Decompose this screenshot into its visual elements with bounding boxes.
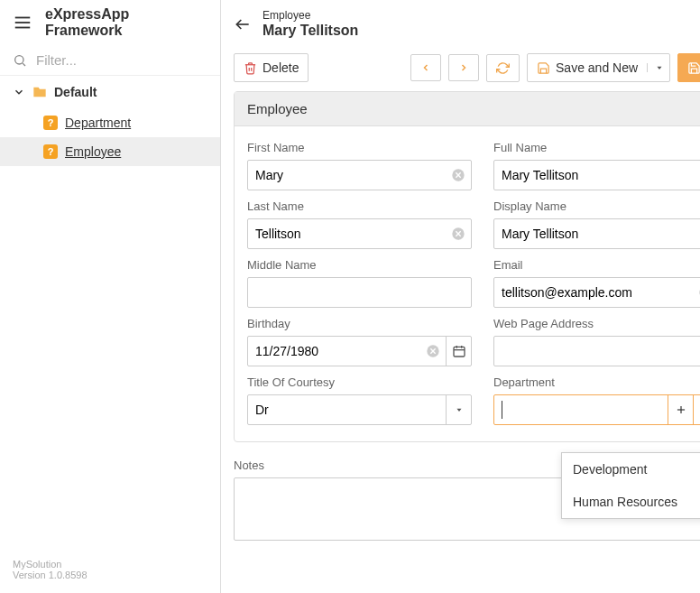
- chevron-left-icon: [420, 61, 431, 74]
- dropdown-item[interactable]: Development: [562, 453, 700, 486]
- refresh-icon: [496, 61, 510, 75]
- delete-button[interactable]: Delete: [234, 53, 309, 82]
- display-name-input[interactable]: [494, 219, 700, 248]
- full-name-label: Full Name: [493, 141, 700, 154]
- delete-label: Delete: [262, 60, 299, 75]
- breadcrumb-entity: Employee: [262, 9, 700, 22]
- department-input[interactable]: [502, 401, 668, 419]
- refresh-button[interactable]: [486, 54, 520, 82]
- middle-name-input[interactable]: [248, 278, 471, 307]
- dropdown-icon[interactable]: [693, 395, 700, 424]
- save-new-label: Save and New: [556, 60, 638, 75]
- breadcrumb: Employee Mary Tellitson: [262, 9, 700, 39]
- form-scroll: Employee First Name Full Na: [221, 91, 700, 593]
- toolbar: Delete Save and New: [221, 48, 700, 91]
- full-name-field: Full Name: [493, 141, 700, 190]
- last-name-field: Last Name: [247, 199, 472, 249]
- svg-rect-20: [454, 347, 465, 357]
- webpage-label: Web Page Address: [493, 317, 700, 330]
- middle-name-field: Middle Name: [247, 258, 472, 308]
- back-button[interactable]: [234, 15, 252, 33]
- filter-row: [0, 45, 220, 76]
- calendar-icon[interactable]: [446, 337, 471, 366]
- chevron-down-icon: [13, 86, 25, 98]
- menu-icon[interactable]: [13, 13, 32, 32]
- title-of-courtesy-label: Title Of Courtesy: [247, 375, 472, 389]
- page-title: Mary Tellitson: [262, 23, 700, 39]
- middle-name-label: Middle Name: [247, 258, 472, 272]
- clear-icon[interactable]: [693, 278, 700, 307]
- save-new-icon: [537, 61, 550, 75]
- caret-down-icon: [647, 63, 664, 72]
- svg-point-3: [15, 55, 23, 63]
- app-title: eXpressApp Framework: [45, 6, 207, 39]
- sidebar-item-label: Employee: [65, 144, 121, 159]
- title-of-courtesy-field: Title Of Courtesy: [247, 375, 472, 425]
- question-icon: ?: [43, 144, 58, 159]
- plus-icon[interactable]: [668, 395, 693, 424]
- clear-icon[interactable]: [420, 337, 446, 366]
- prev-button[interactable]: [410, 54, 441, 81]
- email-input[interactable]: [494, 278, 693, 307]
- first-name-label: First Name: [247, 141, 472, 154]
- first-name-field: First Name: [247, 141, 472, 190]
- dropdown-icon[interactable]: [446, 395, 471, 424]
- svg-marker-24: [456, 409, 461, 412]
- save-icon: [687, 61, 700, 75]
- save-button[interactable]: Save: [677, 53, 700, 82]
- display-name-field: Display Name: [493, 199, 700, 249]
- clear-icon[interactable]: [446, 219, 471, 248]
- detail-header: Employee Mary Tellitson: [221, 0, 700, 48]
- last-name-label: Last Name: [247, 199, 472, 213]
- display-name-label: Display Name: [493, 199, 700, 213]
- detail-pane: Employee Mary Tellitson Delete: [221, 0, 700, 593]
- birthday-label: Birthday: [247, 317, 472, 330]
- dropdown-item[interactable]: Human Resources: [562, 486, 700, 518]
- last-name-input[interactable]: [248, 219, 446, 248]
- birthday-input[interactable]: [248, 337, 420, 366]
- department-label: Department: [493, 375, 700, 389]
- full-name-input[interactable]: [494, 161, 700, 190]
- footer-version: Version 1.0.8598: [13, 570, 207, 580]
- question-icon: ?: [43, 116, 58, 130]
- first-name-input[interactable]: [248, 161, 446, 190]
- app-header: eXpressApp Framework: [0, 0, 220, 45]
- svg-marker-7: [658, 67, 662, 69]
- filter-input[interactable]: [36, 52, 207, 68]
- chevron-right-icon: [458, 61, 469, 74]
- email-field: Email: [493, 258, 700, 308]
- svg-line-4: [23, 63, 25, 66]
- navigation-pane: eXpressApp Framework Default ? Departmen…: [0, 0, 221, 593]
- save-and-new-button[interactable]: Save and New: [527, 53, 670, 82]
- trash-icon: [244, 61, 257, 75]
- sidebar-item-department[interactable]: ? Department: [0, 108, 220, 137]
- webpage-field: Web Page Address: [493, 317, 700, 366]
- search-icon: [13, 53, 27, 68]
- email-label: Email: [493, 258, 700, 272]
- clear-icon[interactable]: [446, 161, 471, 190]
- footer-solution: MySolution: [13, 559, 207, 570]
- nav-group-default[interactable]: Default: [0, 76, 220, 108]
- next-button[interactable]: [448, 54, 479, 81]
- footer: MySolution Version 1.0.8598: [0, 559, 220, 593]
- sidebar-item-label: Department: [65, 116, 131, 130]
- nav-group-label: Default: [54, 85, 97, 99]
- folder-icon: [32, 85, 47, 99]
- department-field: Department: [493, 375, 700, 425]
- birthday-field: Birthday: [247, 317, 472, 366]
- sidebar-item-employee[interactable]: ? Employee: [0, 137, 220, 166]
- employee-section: Employee First Name Full Na: [234, 91, 700, 442]
- title-of-courtesy-input[interactable]: [248, 395, 446, 424]
- department-dropdown: Development Human Resources: [561, 452, 700, 519]
- section-title: Employee: [235, 92, 700, 126]
- webpage-input[interactable]: [494, 337, 700, 366]
